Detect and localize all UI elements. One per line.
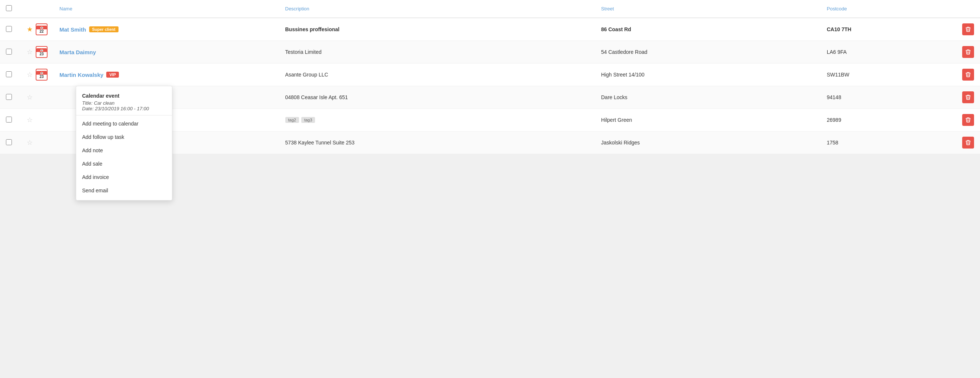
checkbox-header[interactable] (0, 0, 18, 18)
description-cell: 5738 Kaylee Tunnel Suite 253 (279, 132, 595, 154)
badge-vip: VIP (106, 71, 119, 78)
description-cell: tag2tag3 (279, 109, 595, 132)
row-checkbox[interactable] (6, 71, 12, 77)
postcode-cell: SW11BW (821, 64, 956, 86)
name-cell: Marta Daimny (54, 41, 279, 64)
row-checkbox-cell (0, 64, 18, 86)
contact-name-link[interactable]: Marta Daimny (59, 49, 96, 55)
row-icons-cell: ☆ (18, 132, 54, 154)
postcode-header: Postcode (821, 0, 956, 18)
delete-button[interactable] (962, 91, 974, 103)
description-cell: 04808 Ceasar Isle Apt. 651 (279, 86, 595, 109)
popup-menu-item-5[interactable]: Send email (76, 184, 172, 197)
calendar-icon[interactable]: 📅22 (36, 24, 48, 35)
street-cell: High Street 14/100 (595, 64, 821, 86)
actions-header (956, 0, 980, 18)
row-checkbox-cell (0, 41, 18, 64)
postcode-cell: CA10 7TH (821, 18, 956, 41)
row-checkbox-cell (0, 132, 18, 154)
delete-button[interactable] (962, 137, 974, 149)
postcode-cell: 1758 (821, 132, 956, 154)
row-checkbox-cell (0, 109, 18, 132)
row-checkbox[interactable] (6, 117, 12, 122)
postcode-cell: 26989 (821, 109, 956, 132)
postcode-cell: 94148 (821, 86, 956, 109)
delete-cell (956, 18, 980, 41)
description-cell: Asante Group LLC (279, 64, 595, 86)
star-icon[interactable]: ★ (27, 25, 33, 33)
delete-cell (956, 86, 980, 109)
row-checkbox[interactable] (6, 26, 12, 32)
row-icons-cell: ☆📅23 (18, 41, 54, 64)
popup-event-name: Title: Car clean (82, 100, 166, 106)
row-checkbox[interactable] (6, 49, 12, 55)
row-icons-cell: ☆📅23 (18, 64, 54, 86)
contact-name-link[interactable]: Martin Kowalsky (59, 71, 103, 78)
context-popup-menu: Calendar eventTitle: Car cleanDate: 23/1… (76, 86, 172, 200)
delete-cell (956, 41, 980, 64)
row-checkbox[interactable] (6, 139, 12, 145)
name-cell: Martin KowalskyVIPCalendar eventTitle: C… (54, 64, 279, 86)
popup-menu-item-1[interactable]: Add follow up task (76, 130, 172, 144)
badge-super: Super client (89, 26, 119, 32)
popup-event-title: Calendar event (82, 93, 166, 99)
icons-header (18, 0, 54, 18)
row-checkbox[interactable] (6, 94, 12, 100)
table-row: ☆📅23Marta DaimnyTestoria Limited54 Castl… (0, 41, 980, 64)
street-cell: Jaskolski Ridges (595, 132, 821, 154)
table-row: ☆📅23Martin KowalskyVIPCalendar eventTitl… (0, 64, 980, 86)
calendar-icon[interactable]: 📅23 (36, 69, 48, 81)
delete-button[interactable] (962, 46, 974, 58)
postcode-cell: LA6 9FA (821, 41, 956, 64)
delete-cell (956, 64, 980, 86)
popup-menu-item-4[interactable]: Add invoice (76, 170, 172, 184)
street-cell: Hilpert Green (595, 109, 821, 132)
street-cell: 86 Coast Rd (595, 18, 821, 41)
contact-name-link[interactable]: Mat Smith (59, 26, 86, 33)
calendar-icon[interactable]: 📅23 (36, 46, 48, 58)
contacts-table: Name Description Street Postcode ★📅22Mat… (0, 0, 980, 154)
popup-menu-item-3[interactable]: Add sale (76, 157, 172, 170)
star-icon[interactable]: ☆ (27, 71, 33, 79)
street-cell: 54 Castledore Road (595, 41, 821, 64)
popup-menu-item-0[interactable]: Add meeting to calendar (76, 117, 172, 130)
description-cell: Testoria Limited (279, 41, 595, 64)
tag: tag3 (301, 117, 315, 123)
star-icon[interactable]: ☆ (27, 116, 33, 124)
row-checkbox-cell (0, 18, 18, 41)
delete-cell (956, 109, 980, 132)
popup-event-date: Date: 23/10/2019 16:00 - 17:00 (82, 106, 166, 111)
star-icon[interactable]: ☆ (27, 48, 33, 56)
row-icons-cell: ☆ (18, 109, 54, 132)
popup-menu-item-2[interactable]: Add note (76, 144, 172, 157)
star-icon[interactable]: ☆ (27, 93, 33, 102)
row-icons-cell: ★📅22 (18, 18, 54, 41)
row-icons-cell: ☆ (18, 86, 54, 109)
delete-cell (956, 132, 980, 154)
delete-button[interactable] (962, 114, 974, 126)
name-header: Name (54, 0, 279, 18)
name-cell: Mat SmithSuper client (54, 18, 279, 41)
description-header: Description (279, 0, 595, 18)
delete-button[interactable] (962, 24, 974, 35)
select-all-checkbox[interactable] (6, 5, 12, 11)
delete-button[interactable] (962, 69, 974, 81)
street-header: Street (595, 0, 821, 18)
description-cell: Bussines proffesional (279, 18, 595, 41)
table-row: ★📅22Mat SmithSuper clientBussines proffe… (0, 18, 980, 41)
street-cell: Dare Locks (595, 86, 821, 109)
row-checkbox-cell (0, 86, 18, 109)
tag: tag2 (285, 117, 299, 123)
star-icon[interactable]: ☆ (27, 138, 33, 147)
